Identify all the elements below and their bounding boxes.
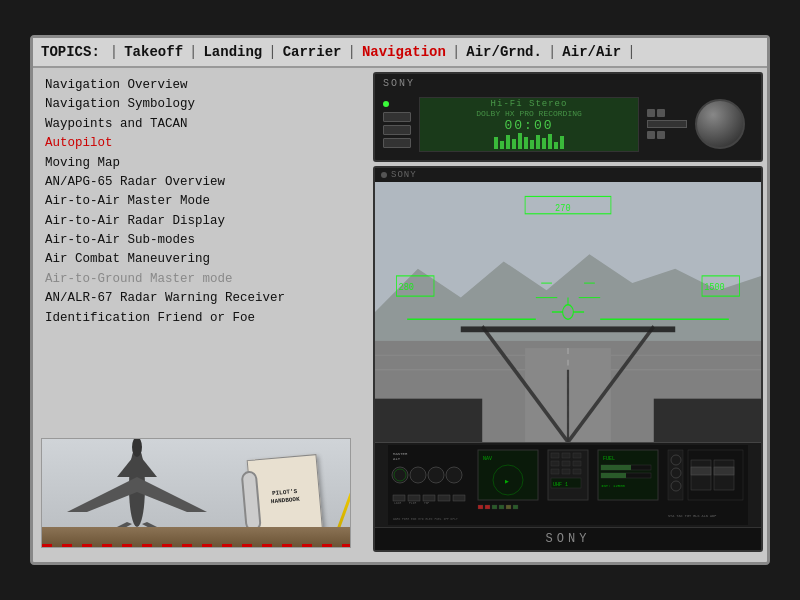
main-knob[interactable] <box>695 99 745 149</box>
eq-bar-11 <box>554 142 558 149</box>
svg-text:280: 280 <box>399 281 414 293</box>
tv-brand-label: SONY <box>391 170 417 180</box>
eq-bar-5 <box>518 133 522 149</box>
eq-bar-7 <box>530 140 534 149</box>
svg-rect-85 <box>478 505 483 509</box>
link-air-to-air-sub[interactable]: Air-to-Air Sub-modes <box>45 231 361 250</box>
sidebar-bottom-image: PILOT'SHANDBOOK <box>41 438 351 548</box>
runway-area <box>42 544 350 547</box>
nav-item-navigation[interactable]: Navigation <box>362 44 446 60</box>
cockpit-instruments: MASTER ALT <box>375 442 761 527</box>
nav-bar: TOPICS: | Takeoff | Landing | Carrier | … <box>33 38 767 68</box>
eq-bar-12 <box>560 136 564 149</box>
link-nav-symbology[interactable]: Navigation Symbology <box>45 95 361 114</box>
eq-bar-2 <box>500 141 504 149</box>
nav-item-landing[interactable]: Landing <box>203 44 262 60</box>
indicator-2 <box>657 109 665 117</box>
svg-text:▶: ▶ <box>505 479 509 485</box>
svg-rect-90 <box>513 505 518 509</box>
sidebar: Navigation Overview Navigation Symbology… <box>33 68 373 556</box>
link-air-to-air-radar[interactable]: Air-to-Air Radar Display <box>45 212 361 231</box>
receiver-controls-left <box>383 101 411 148</box>
svg-rect-60 <box>562 461 570 466</box>
svg-rect-58 <box>573 453 581 458</box>
eq-bars <box>494 133 564 149</box>
instruments-svg: MASTER ALT <box>377 445 759 525</box>
svg-rect-46 <box>438 495 450 501</box>
svg-rect-80 <box>691 467 711 475</box>
svg-text:UHF 1: UHF 1 <box>553 482 568 488</box>
svg-text:NAV: NAV <box>483 456 492 462</box>
svg-rect-62 <box>551 469 559 474</box>
tv-top-bar: SONY <box>375 168 761 182</box>
svg-point-41 <box>428 467 444 483</box>
main-frame: TOPICS: | Takeoff | Landing | Carrier | … <box>30 35 770 565</box>
nav-item-airgrnd[interactable]: Air/Grnd. <box>466 44 542 60</box>
svg-rect-47 <box>453 495 465 501</box>
svg-rect-87 <box>492 505 497 509</box>
svg-text:TGP: TGP <box>424 502 430 505</box>
main-content: Navigation Overview Navigation Symbology… <box>33 68 767 556</box>
right-panel: SONY Hi-Fi Stereo DOLBY HX PRO RECORDING… <box>373 68 767 556</box>
display-freq: DOLBY HX PRO RECORDING <box>476 109 582 118</box>
link-air-to-air-master[interactable]: Air-to-Air Master Mode <box>45 192 361 211</box>
link-waypoints[interactable]: Waypoints and TACAN <box>45 115 361 134</box>
topics-label: TOPICS: <box>41 44 100 60</box>
sony-bottom-bar: SONY <box>375 527 761 550</box>
svg-rect-88 <box>499 505 504 509</box>
svg-rect-89 <box>506 505 511 509</box>
svg-point-38 <box>392 467 408 483</box>
svg-text:FLIR: FLIR <box>409 502 416 505</box>
eq-bar-3 <box>506 135 510 149</box>
svg-rect-57 <box>562 453 570 458</box>
link-autopilot[interactable]: Autopilot <box>45 134 361 153</box>
link-apg65-overview[interactable]: AN/APG-65 Radar Overview <box>45 173 361 192</box>
time-display: 00:00 <box>504 118 553 133</box>
nav-item-ailair[interactable]: Air/Air <box>562 44 621 60</box>
svg-rect-63 <box>562 469 570 474</box>
terrain-svg: 280 1500 270 <box>375 182 761 442</box>
sony-logo-top: SONY <box>383 78 415 89</box>
eq-bar-8 <box>536 135 540 149</box>
svg-text:LASE: LASE <box>394 502 401 505</box>
svg-rect-56 <box>551 453 559 458</box>
slider[interactable] <box>647 120 687 128</box>
svg-rect-44 <box>408 495 420 501</box>
indicator-3 <box>647 131 655 139</box>
fa18-silhouette <box>47 438 227 532</box>
nav-item-takeoff[interactable]: Takeoff <box>124 44 183 60</box>
eq-bar-1 <box>494 137 498 149</box>
link-iff[interactable]: Identification Friend or Foe <box>45 309 361 328</box>
svg-text:WARN  FIRE  ENG  HYD  ELEC  FU: WARN FIRE ENG HYD ELEC FUEL IFF DPLT <box>393 518 458 521</box>
svg-text:FUEL: FUEL <box>603 456 615 462</box>
svg-point-76 <box>671 468 681 478</box>
svg-text:ALT: ALT <box>393 457 401 461</box>
indicator-1 <box>647 109 655 117</box>
link-air-combat[interactable]: Air Combat Maneuvering <box>45 250 361 269</box>
cockpit-tv: SONY <box>373 166 763 552</box>
svg-rect-59 <box>551 461 559 466</box>
svg-text:1500: 1500 <box>704 281 725 293</box>
link-air-to-ground[interactable]: Air-to-Ground Master mode <box>45 270 361 289</box>
btn1[interactable] <box>383 112 411 122</box>
link-moving-map[interactable]: Moving Map <box>45 154 361 173</box>
indicator-4 <box>657 131 665 139</box>
receiver-right-controls <box>647 109 687 139</box>
receiver-display: Hi-Fi Stereo DOLBY HX PRO RECORDING 00:0… <box>419 97 639 152</box>
eq-bar-9 <box>542 138 546 149</box>
svg-rect-82 <box>714 467 734 475</box>
svg-point-42 <box>446 467 462 483</box>
svg-rect-70 <box>601 465 631 470</box>
btn2[interactable] <box>383 125 411 135</box>
svg-text:270: 270 <box>555 202 570 214</box>
tv-led <box>381 172 387 178</box>
btn3[interactable] <box>383 138 411 148</box>
eq-bar-4 <box>512 139 516 149</box>
svg-rect-64 <box>573 469 581 474</box>
link-alr67[interactable]: AN/ALR-67 Radar Warning Receiver <box>45 289 361 308</box>
svg-point-75 <box>671 455 681 465</box>
svg-rect-32 <box>461 326 675 332</box>
link-nav-overview[interactable]: Navigation Overview <box>45 76 361 95</box>
eq-bar-6 <box>524 137 528 149</box>
nav-item-carrier[interactable]: Carrier <box>283 44 342 60</box>
